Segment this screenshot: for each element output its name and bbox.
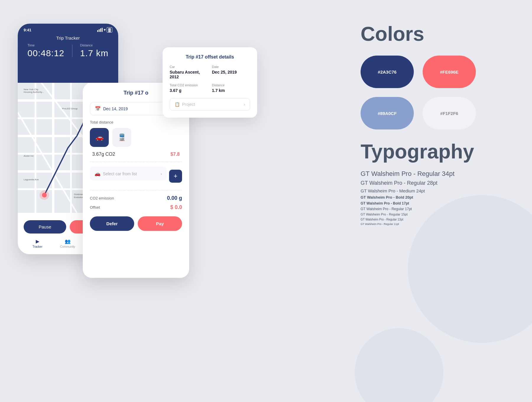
transport-row: 🚗 🚆	[90, 128, 182, 147]
car-detail: Car Subaru Ascent, 2012	[170, 65, 208, 79]
add-button[interactable]: +	[169, 170, 182, 183]
time-label: Time	[27, 43, 64, 47]
stat-divider	[72, 45, 72, 57]
tracker-icon: ▶	[36, 239, 39, 244]
status-bar: 9:41 ▾ ▓	[18, 24, 118, 34]
offset-row: Offset $ 0.0	[90, 204, 182, 210]
distance-detail-value: 1.7 km	[212, 88, 250, 93]
project-placeholder: Project	[182, 102, 195, 107]
phone1-header: 9:41 ▾ ▓ Trip Tracker Time 00:48:12	[18, 24, 118, 83]
colors-row-2: #89A0CF #F1F2F6	[361, 97, 508, 129]
total-distance-label: Total distance	[90, 120, 182, 124]
nav-community-label: Community	[60, 245, 75, 248]
list-icon: 📋	[175, 102, 180, 107]
color-blob-1: #2A3C76	[361, 56, 414, 88]
distance-label: Distance	[80, 43, 108, 47]
svg-text:ProLED Group: ProLED Group	[62, 107, 78, 110]
time-value: 00:48:12	[27, 48, 64, 58]
co2-detail: Total CO2 emission 3.67 g	[170, 83, 208, 93]
type-item-6: GT Walsheim Pro - Regular 15pt	[361, 212, 508, 217]
svg-text:Goldman: Goldman	[74, 193, 83, 196]
project-row[interactable]: 📋 Project ›	[170, 98, 250, 111]
battery-icon: ▓	[107, 27, 112, 33]
co2-label: Total CO2 emission	[170, 83, 208, 87]
car-icon: 🚗	[95, 171, 100, 176]
train-transport-btn[interactable]: 🚆	[112, 128, 131, 147]
color-label-2: #FE696E	[440, 69, 459, 74]
offset-label: Offset	[90, 205, 100, 210]
colors-row-1: #2A3C76 #FE696E	[361, 56, 508, 88]
date-detail: Date Dec 25, 2019	[212, 65, 250, 79]
date-label: Date	[212, 65, 250, 69]
phone1-title: Trip Tracker	[18, 34, 118, 43]
type-item-5: GT Walsheim Pro - Regular 17pt	[361, 206, 508, 212]
pause-button[interactable]: Pause	[24, 220, 66, 234]
offset-value: $ 0.0	[170, 204, 182, 210]
right-section: Colors #2A3C76 #FE696E #89A0CF #F1F2F6 T…	[361, 24, 508, 226]
distance-label: Distance	[212, 83, 250, 87]
type-item-0: GT Walsheim Pro - Regular 34pt	[361, 168, 508, 179]
co2-emission-value: 0.00 g	[167, 195, 182, 201]
color-label-3: #89A0CF	[378, 111, 397, 116]
nav-community[interactable]: 👥 Community	[60, 239, 75, 248]
colors-title: Colors	[361, 24, 508, 44]
dashed-divider-1	[90, 162, 182, 162]
nav-tracker[interactable]: ▶ Tracker	[33, 239, 43, 248]
trip-details-card: Trip #17 offset details Car Subaru Ascen…	[163, 47, 257, 118]
distance-stat: Distance 1.7 km	[80, 43, 108, 58]
signal-bar-2	[99, 29, 100, 32]
type-item-2: GT Walsheim Pro - Medium 24pt	[361, 187, 508, 194]
color-label-1: #2A3C76	[378, 69, 396, 74]
signal-bar-3	[100, 28, 101, 32]
co2-summary: 3.67g CO2 $7.8	[90, 152, 182, 157]
co2-value: 3.67g CO2	[92, 152, 115, 157]
project-chevron-icon: ›	[244, 102, 245, 107]
type-item-1: GT Walsheim Pro - Regular 28pt	[361, 179, 508, 187]
svg-text:New York City: New York City	[24, 88, 38, 91]
defer-button[interactable]: Defer	[90, 216, 134, 231]
status-icons: ▾ ▓	[97, 27, 112, 33]
phone1-stats: Time 00:48:12 Distance 1.7 km	[18, 43, 118, 58]
signal-bar-1	[97, 30, 98, 32]
svg-point-15	[40, 190, 49, 200]
wifi-icon: ▾	[104, 28, 106, 32]
typography-list: GT Walsheim Pro - Regular 34pt GT Walshe…	[361, 168, 508, 226]
color-blob-3: #89A0CF	[361, 97, 414, 129]
car-transport-btn[interactable]: 🚗	[90, 128, 109, 147]
car-select-row[interactable]: 🚗 Select car from list ›	[90, 167, 167, 181]
date-value: Dec 14, 2019	[103, 106, 128, 111]
chevron-right-icon: ›	[160, 171, 162, 176]
car-select-section: 🚗 Select car from list › +	[90, 167, 182, 185]
trip-details-grid: Car Subaru Ascent, 2012 Date Dec 25, 201…	[170, 65, 250, 93]
pay-button[interactable]: Pay	[138, 216, 182, 231]
calendar-icon: 📅	[95, 106, 101, 111]
svg-text:Housing Authority...: Housing Authority...	[24, 91, 44, 93]
signal-bar-4	[102, 28, 103, 32]
car-select-label: Select car from list	[103, 171, 158, 176]
time-stat: Time 00:48:12	[27, 43, 64, 58]
distance-value: 1.7 km	[80, 48, 108, 58]
color-blob-2: #FE696E	[423, 56, 476, 88]
date-value: Dec 25, 2019	[212, 70, 250, 74]
svg-text:Laguardia Ave: Laguardia Ave	[24, 178, 39, 181]
dashed-divider-2	[90, 190, 182, 190]
svg-text:Andel Inn: Andel Inn	[24, 155, 34, 157]
car-value: Subaru Ascent, 2012	[170, 70, 208, 79]
action-row: Defer Pay	[90, 216, 182, 231]
color-blob-4: #F1F2F6	[423, 97, 476, 129]
community-icon: 👥	[65, 239, 71, 244]
co2-detail-value: 3.67 g	[170, 88, 208, 93]
car-label: Car	[170, 65, 208, 69]
price-value: $7.8	[171, 152, 180, 157]
status-time: 9:41	[24, 28, 31, 32]
emission-row: CO2 emission 0.00 g	[90, 195, 182, 201]
type-item-3: GT Walsheim Pro - Bold 20pt	[361, 194, 508, 201]
typography-title: Typography	[361, 141, 508, 161]
type-item-8: GT Walsheim Pro - Regular 11pt	[361, 222, 508, 226]
trip-details-title: Trip #17 offset details	[170, 54, 250, 60]
type-item-7: GT Walsheim Pro - Regular 13pt	[361, 217, 508, 222]
nav-tracker-label: Tracker	[33, 245, 43, 248]
type-item-4: GT Walsheim Pro - Bold 17pt	[361, 201, 508, 206]
co2-emission-label: CO2 emission	[90, 196, 114, 200]
color-label-4: #F1F2F6	[440, 111, 458, 116]
